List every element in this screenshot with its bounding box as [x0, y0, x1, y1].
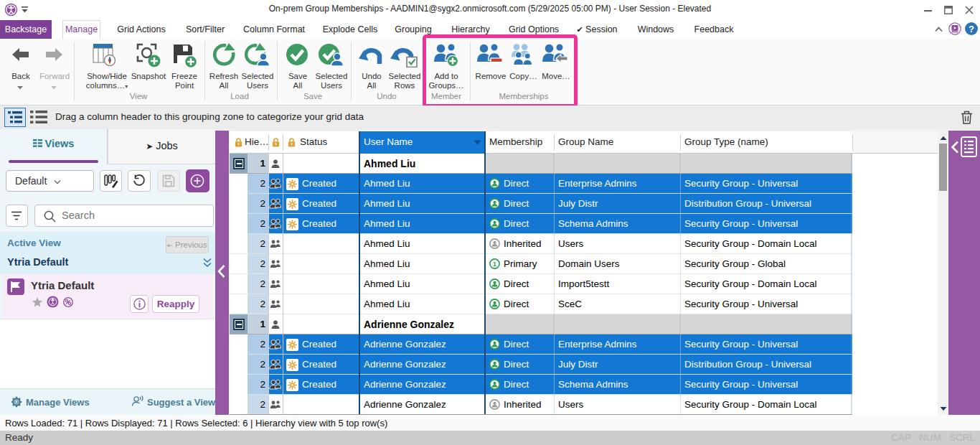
svg-text:?: ? [969, 24, 974, 34]
svg-text:1: 1 [493, 260, 497, 268]
